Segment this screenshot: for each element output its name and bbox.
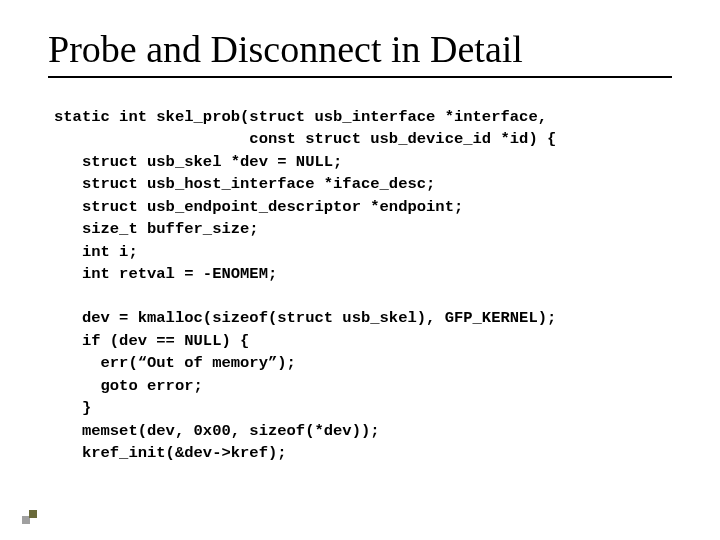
code-line: kref_init(&dev->kref); [54, 444, 287, 462]
footer-accent-icon [22, 510, 40, 524]
code-line: goto error; [54, 377, 203, 395]
code-line: const struct usb_device_id *id) { [54, 130, 556, 148]
code-line: struct usb_endpoint_descriptor *endpoint… [54, 198, 463, 216]
code-line: static int skel_prob(struct usb_interfac… [54, 108, 547, 126]
code-line: struct usb_skel *dev = NULL; [54, 153, 342, 171]
code-line: err(“Out of memory”); [54, 354, 296, 372]
code-line: size_t buffer_size; [54, 220, 259, 238]
code-line: } [54, 399, 91, 417]
code-line: int i; [54, 243, 138, 261]
code-line: dev = kmalloc(sizeof(struct usb_skel), G… [54, 309, 556, 327]
code-line: memset(dev, 0x00, sizeof(*dev)); [54, 422, 380, 440]
slide: Probe and Disconnect in Detail static in… [0, 0, 720, 540]
accent-square [29, 510, 37, 518]
code-line: if (dev == NULL) { [54, 332, 249, 350]
code-line: int retval = -ENOMEM; [54, 265, 277, 283]
code-line: struct usb_host_interface *iface_desc; [54, 175, 435, 193]
title-underline [48, 76, 672, 78]
code-block-body: dev = kmalloc(sizeof(struct usb_skel), G… [54, 307, 672, 464]
slide-title: Probe and Disconnect in Detail [48, 28, 672, 72]
code-block-declarations: static int skel_prob(struct usb_interfac… [54, 106, 672, 286]
